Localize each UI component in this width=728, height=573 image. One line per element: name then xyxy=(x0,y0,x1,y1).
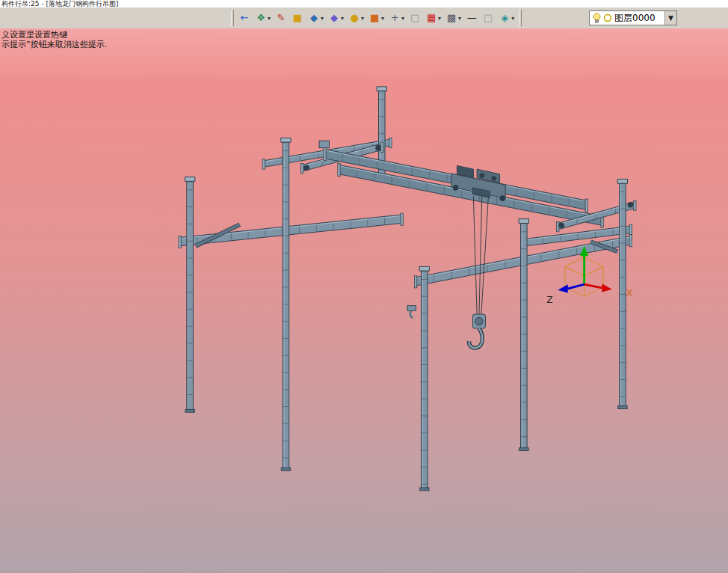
toolbar-separator xyxy=(519,10,522,26)
dropdown-caret-icon[interactable]: ▾ xyxy=(438,15,441,22)
main-toolbar: ←❖▾✎■◆▾◆▾●▾■▾+▾▢▦▾▩▾—□◈▾ 图层0000 ▼ xyxy=(0,7,728,29)
dropdown-caret-icon[interactable]: ▾ xyxy=(401,15,404,22)
window-icon[interactable]: ▢ xyxy=(407,9,423,27)
dropdown-caret-icon[interactable]: ▾ xyxy=(321,15,324,22)
line-width-icon: — xyxy=(466,12,478,24)
layer-visibility-bulb-icon[interactable] xyxy=(592,13,602,23)
scene-canvas: Z X xyxy=(0,28,728,573)
layer-combo-dropdown-button[interactable]: ▼ xyxy=(664,11,676,25)
layer-combo-value: 图层0000 xyxy=(614,11,664,25)
exit-icon: ← xyxy=(238,12,250,24)
shade-icon[interactable]: ▩▾ xyxy=(443,9,463,27)
window-icon: ▢ xyxy=(409,12,421,24)
view-cube-icon[interactable]: ◆▾ xyxy=(306,9,326,27)
sphere-view-icon: ● xyxy=(348,12,360,24)
toolbar-spacer xyxy=(0,18,229,19)
window-titlebar: 构件行吊:25 - [落地龙门钢构件行吊图] xyxy=(0,0,728,7)
zoom-box-icon[interactable]: ■▾ xyxy=(366,9,386,27)
x-axis-label: X xyxy=(626,288,633,298)
sketch-icon[interactable]: ✎ xyxy=(273,9,289,27)
appearance-icon: ❖ xyxy=(255,12,267,24)
shade-icon: ▩ xyxy=(445,12,457,24)
toolbar-icons: ←❖▾✎■◆▾◆▾●▾■▾+▾▢▦▾▩▾—□◈▾ xyxy=(236,9,516,27)
zoom-box-icon: ■ xyxy=(368,12,380,24)
dropdown-caret-icon[interactable]: ▾ xyxy=(341,15,344,22)
sketch-icon: ✎ xyxy=(275,12,287,24)
extrude-icon: ■ xyxy=(291,12,303,24)
extrude-icon[interactable]: ■ xyxy=(289,9,306,27)
line-width-icon[interactable]: — xyxy=(463,9,480,27)
column xyxy=(519,219,528,451)
blank-swatch-icon: □ xyxy=(482,12,494,24)
window-title: 构件行吊:25 - [落地龙门钢构件行吊图] xyxy=(0,0,118,7)
z-axis-arrowhead-icon xyxy=(558,284,567,292)
material-icon: ◈ xyxy=(499,12,510,24)
grid-icon[interactable]: ▦▾ xyxy=(423,9,443,27)
dropdown-caret-icon[interactable]: ▾ xyxy=(268,15,271,22)
grid-icon: ▦ xyxy=(425,12,437,24)
dropdown-caret-icon[interactable]: ▾ xyxy=(458,15,461,22)
appearance-icon[interactable]: ❖▾ xyxy=(253,9,273,27)
column xyxy=(419,266,429,490)
move-icon[interactable]: +▾ xyxy=(386,9,407,27)
column xyxy=(185,177,195,413)
dropdown-caret-icon[interactable]: ▾ xyxy=(361,15,364,22)
x-axis-arrowhead-icon xyxy=(602,284,611,292)
x-axis-arrow xyxy=(584,284,602,288)
beam xyxy=(179,213,403,248)
sphere-view-icon[interactable]: ●▾ xyxy=(346,9,366,27)
material-icon[interactable]: ◈▾ xyxy=(496,9,516,27)
z-axis-label: Z xyxy=(546,295,552,305)
3d-viewport[interactable]: 义设置里设置热键 示提示”按钮来取消这些提示. Z X xyxy=(0,28,728,573)
layer-color-circle-icon xyxy=(603,13,612,22)
exit-icon[interactable]: ← xyxy=(236,9,253,27)
display-style-icon[interactable]: ◆▾ xyxy=(326,9,346,27)
toolbar-separator xyxy=(231,10,234,26)
blank-swatch-icon[interactable]: □ xyxy=(480,9,496,27)
column xyxy=(281,138,291,471)
z-axis-arrow xyxy=(568,284,584,289)
display-style-icon: ◆ xyxy=(328,12,340,24)
view-cube-icon: ◆ xyxy=(308,12,320,24)
layer-combo[interactable]: 图层0000 ▼ xyxy=(589,10,677,25)
dropdown-caret-icon[interactable]: ▾ xyxy=(511,15,514,22)
move-icon: + xyxy=(389,12,401,24)
dropdown-caret-icon[interactable]: ▾ xyxy=(381,15,384,22)
crane-hook xyxy=(469,314,486,348)
